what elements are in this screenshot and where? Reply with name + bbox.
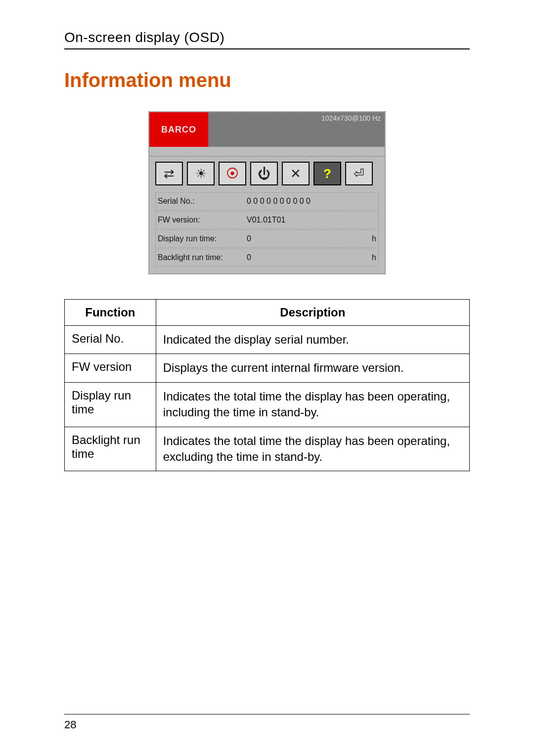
table-header-row: Function Description xyxy=(65,300,470,326)
cell-function: Serial No. xyxy=(65,326,156,354)
osd-info-rows: Serial No.: 0 0 0 0 0 0 0 0 0 0 FW versi… xyxy=(149,189,385,273)
osd-row-label: Display run time: xyxy=(158,234,247,243)
section-title: On-screen display (OSD) xyxy=(64,30,224,45)
osd-status-area: 1024x730@100 Hz xyxy=(209,112,385,147)
osd-row-label: FW version: xyxy=(158,216,247,224)
cell-description: Indicates the total time the display has… xyxy=(156,427,469,471)
description-table: Function Description Serial No. Indicate… xyxy=(64,299,470,471)
col-function-header: Function xyxy=(65,300,156,326)
page-title: Information menu xyxy=(64,69,470,91)
color-icon: ⦿ xyxy=(219,162,246,185)
osd-resolution-text: 1024x730@100 Hz xyxy=(321,114,381,122)
page-footer: 28 xyxy=(64,714,470,731)
osd-row-serial: Serial No.: 0 0 0 0 0 0 0 0 0 0 xyxy=(155,192,379,210)
page-number: 28 xyxy=(64,718,76,731)
osd-spacer xyxy=(149,147,385,157)
cell-description: Displays the current internal firmware v… xyxy=(156,354,469,382)
info-icon: ? xyxy=(313,162,341,185)
table-row: FW version Displays the current internal… xyxy=(65,354,470,382)
page-header: On-screen display (OSD) xyxy=(64,30,470,49)
cell-description: Indicated the display serial number. xyxy=(156,326,469,354)
osd-row-fw: FW version: V01.01T01 xyxy=(155,211,379,229)
exit-icon: ⏎ xyxy=(345,162,373,185)
cell-function: Display run time xyxy=(65,382,156,427)
brightness-icon: ☀ xyxy=(187,162,215,185)
osd-row-label: Serial No.: xyxy=(158,197,247,206)
cell-function: FW version xyxy=(65,354,156,382)
osd-row-display-time: Display run time: 0 h xyxy=(155,230,379,248)
osd-row-value: 0 xyxy=(247,253,361,262)
osd-icon-row: ⇄ ☀ ⦿ ⏻ ✕ ? ⏎ xyxy=(149,157,385,189)
osd-row-value: 0 0 0 0 0 0 0 0 0 0 xyxy=(247,197,361,206)
osd-logo: BARCO xyxy=(149,112,209,147)
osd-row-value: V01.01T01 xyxy=(247,216,361,224)
osd-row-backlight-time: Backlight run time: 0 h xyxy=(155,249,379,267)
cell-function: Backlight run time xyxy=(65,427,156,471)
osd-top-bar: BARCO 1024x730@100 Hz xyxy=(149,112,385,147)
power-icon: ⏻ xyxy=(250,162,278,185)
osd-row-value: 0 xyxy=(247,234,361,243)
cell-description: Indicates the total time the display has… xyxy=(156,382,469,427)
osd-row-unit: h xyxy=(361,253,376,262)
col-description-header: Description xyxy=(156,300,469,326)
osd-row-label: Backlight run time: xyxy=(158,253,247,262)
table-row: Display run time Indicates the total tim… xyxy=(65,382,470,427)
tools-icon: ✕ xyxy=(282,162,310,185)
table-row: Backlight run time Indicates the total t… xyxy=(65,427,470,471)
osd-row-unit: h xyxy=(361,234,376,243)
table-row: Serial No. Indicated the display serial … xyxy=(65,326,470,354)
adjust-icon: ⇄ xyxy=(155,162,183,185)
osd-screenshot: BARCO 1024x730@100 Hz ⇄ ☀ ⦿ ⏻ ✕ ? ⏎ Seri… xyxy=(148,111,386,274)
